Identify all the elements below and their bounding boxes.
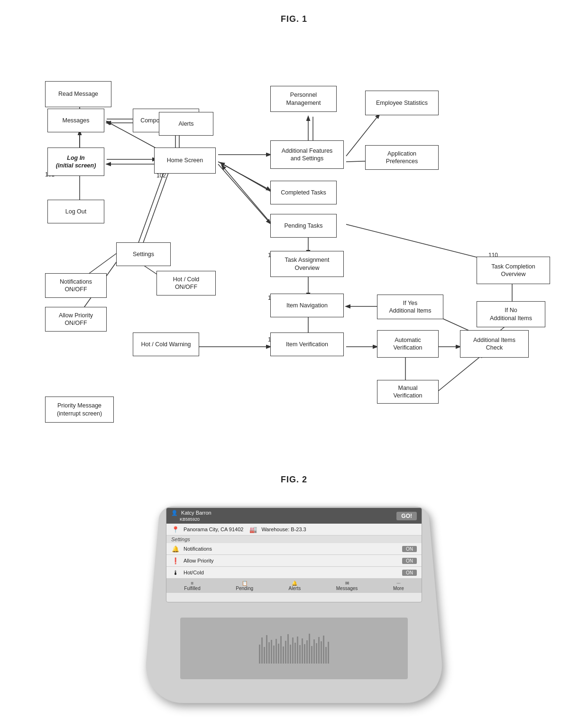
svg-line-12 [140, 166, 171, 252]
device-wrapper: 👤 Katcy Barron KB585920 GO! 📍 Panorama C… [152, 499, 436, 698]
automatic-verification-box: Automatic Verification [377, 330, 439, 358]
svg-line-11 [135, 166, 166, 252]
completed-tasks-box: Completed Tasks [270, 181, 337, 204]
allow-priority-row: ❗ Allow Priority ON [166, 555, 422, 567]
notifications-icon: 🔔 [171, 545, 180, 553]
home-screen-box: Home Screen [154, 148, 216, 174]
notifications-label: Notifications [184, 546, 212, 552]
alerts-box: Alerts [159, 112, 213, 136]
svg-line-37 [432, 354, 484, 397]
page: FIG. 1 [0, 0, 588, 712]
svg-line-24 [222, 166, 273, 225]
hot-cold-warning-box: Hot / Cold Warning [133, 332, 199, 356]
personnel-mgmt-box: Personnel Management [270, 86, 337, 112]
alerts-label: Alerts [289, 586, 301, 591]
nav-more[interactable]: ··· More [393, 581, 404, 591]
notifications-row: 🔔 Notifications ON [166, 543, 422, 555]
priority-icon: ❗ [171, 556, 180, 565]
additional-items-check-box: Additional Items Check [460, 330, 529, 358]
item-verification-box: Item Verification [270, 332, 344, 356]
notifications-toggle[interactable]: ON [402, 546, 417, 552]
hot-cold-onoff-box: Hot / Cold ON/OFF [156, 271, 216, 295]
pending-label: Pending [236, 586, 253, 591]
screen-header-left: 👤 Katcy Barron KB585920 [171, 510, 211, 522]
location-row: 📍 Panorama City, CA 91402 🏭 Warehouse: B… [166, 524, 422, 535]
screen-header: 👤 Katcy Barron KB585920 GO! [166, 508, 422, 524]
priority-message-box: Priority Message (interrupt screen) [45, 397, 114, 423]
fulfilled-label: Fulfilled [184, 586, 200, 591]
fig1-title: FIG. 1 [19, 14, 569, 24]
svg-line-22 [220, 163, 273, 193]
app-preferences-box: Application Preferences [365, 145, 439, 170]
svg-line-21 [218, 162, 270, 190]
additional-features-box: Additional Features and Settings [270, 140, 344, 169]
allow-priority-label: Allow Priority [184, 558, 214, 563]
user-name: Katcy Barron [181, 510, 211, 516]
svg-line-23 [218, 164, 270, 223]
login-box: Log In (initial screen) [47, 148, 104, 176]
location-text: Panorama City, CA 91402 [184, 526, 243, 532]
barcode-lines [259, 634, 329, 664]
nav-pending[interactable]: 📋 Pending [236, 581, 253, 591]
task-completion-box: Task Completion Overview [477, 257, 550, 284]
device-screen: 👤 Katcy Barron KB585920 GO! 📍 Panorama C… [166, 508, 422, 602]
device-scanner [180, 618, 408, 679]
item-navigation-box: Item Navigation [270, 294, 344, 317]
pending-icon: 📋 [242, 581, 248, 586]
messages-box: Messages [47, 109, 104, 132]
hot-cold-toggle[interactable]: ON [402, 570, 417, 576]
manual-verification-box: Manual Verification [377, 380, 439, 404]
if-no-box: If No Additional Items [477, 301, 545, 327]
user-icon: 👤 [171, 510, 178, 516]
hot-cold-row: 🌡 Hot/Cold ON [166, 567, 422, 579]
nav-alerts[interactable]: 🔔 Alerts [289, 581, 301, 591]
go-button[interactable]: GO! [396, 512, 417, 520]
nav-messages[interactable]: ✉ Messages [336, 581, 358, 591]
fig2-container: FIG. 2 👤 Katcy Barron KB585920 GO! 📍 [19, 475, 569, 698]
warehouse-text: Warehouse: B-23.3 [261, 526, 306, 532]
pending-tasks-box: Pending Tasks [270, 214, 337, 238]
hot-cold-label: Hot/Cold [184, 570, 204, 575]
hot-cold-icon: 🌡 [171, 568, 180, 577]
warehouse-icon: 🏭 [249, 525, 257, 534]
task-assignment-box: Task Assignment Overview [270, 251, 344, 277]
fig2-title: FIG. 2 [281, 475, 307, 485]
fig1-diagram: 101 102 103 104 105 106 108 109 110 Read… [19, 38, 569, 451]
screen-bottom-nav: ≡ Fulfilled 📋 Pending 🔔 Alerts ✉ Message… [166, 579, 422, 593]
nav-fulfilled[interactable]: ≡ Fulfilled [184, 581, 200, 591]
employee-stats-box: Employee Statistics [365, 91, 439, 115]
messages-label: Messages [336, 586, 358, 591]
if-yes-box: If Yes Additional Items [377, 295, 443, 319]
allow-priority-toggle[interactable]: ON [402, 558, 417, 564]
logout-box: Log Out [47, 200, 104, 223]
user-id: KB585920 [180, 517, 200, 522]
alerts-icon: 🔔 [292, 581, 297, 586]
location-icon: 📍 [171, 525, 180, 534]
fulfilled-icon: ≡ [191, 581, 194, 586]
messages-icon: ✉ [345, 581, 349, 586]
more-label: More [393, 586, 404, 591]
notifications-onoff-box: Notifications ON/OFF [45, 273, 107, 298]
read-message-box: Read Message [45, 81, 111, 107]
settings-box: Settings [116, 242, 171, 266]
allow-priority-box: Allow Priority ON/OFF [45, 307, 107, 332]
settings-label: Settings [166, 535, 422, 543]
more-icon: ··· [396, 581, 400, 586]
